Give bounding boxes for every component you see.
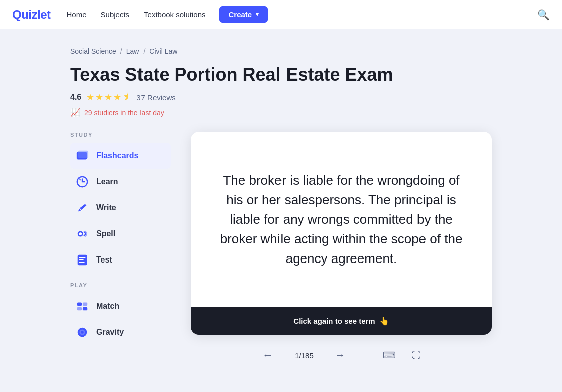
study-sidebar: STUDY Flashcards xyxy=(70,132,171,345)
studiers-row: 📈 29 studiers in the last day xyxy=(70,108,492,117)
learn-label: Learn xyxy=(96,177,118,186)
flashcard-body[interactable]: The broker is liable for the wrongdoing … xyxy=(191,132,492,307)
svg-rect-11 xyxy=(83,303,87,306)
write-label: Write xyxy=(96,203,116,212)
svg-rect-1 xyxy=(78,151,88,158)
svg-point-4 xyxy=(79,233,82,236)
keyboard-icon-button[interactable]: ⌨ xyxy=(379,348,400,363)
sidebar-item-test[interactable]: Test xyxy=(70,247,171,273)
rating-row: 4.6 ★ ★ ★ ★ ⯨ 37 Reviews xyxy=(70,92,492,103)
star-2: ★ xyxy=(95,92,103,103)
card-nav: ← 1/185 → ⌨ ⛶ xyxy=(191,343,492,368)
svg-rect-6 xyxy=(79,257,86,258)
svg-rect-12 xyxy=(83,307,87,311)
studiers-text: 29 studiers in the last day xyxy=(84,109,164,117)
match-label: Match xyxy=(96,302,119,311)
svg-rect-10 xyxy=(77,307,82,311)
gravity-label: Gravity xyxy=(96,328,124,337)
breadcrumb-sep-1: / xyxy=(120,47,122,55)
sidebar-item-write[interactable]: Write xyxy=(70,195,171,221)
page-title: Texas State Portion Real Estate Exam xyxy=(70,64,492,85)
nav-links: Home Subjects Textbook solutions Create … xyxy=(67,6,537,23)
play-section-label: PLAY xyxy=(70,282,171,288)
sidebar-item-match[interactable]: Match xyxy=(70,293,171,319)
match-icon xyxy=(74,298,90,314)
sidebar-item-learn[interactable]: Learn xyxy=(70,169,171,195)
flashcard-text: The broker is liable for the wrongdoing … xyxy=(215,171,468,269)
breadcrumb: Social Science / Law / Civil Law xyxy=(70,47,492,55)
write-icon xyxy=(74,200,90,216)
content-layout: STUDY Flashcards xyxy=(70,132,492,368)
next-card-button[interactable]: → xyxy=(330,347,351,364)
chevron-down-icon: ▾ xyxy=(256,11,259,18)
stars: ★ ★ ★ ★ ⯨ xyxy=(86,92,131,103)
flashcards-label: Flashcards xyxy=(96,151,138,160)
flashcard-panel: The broker is liable for the wrongdoing … xyxy=(191,132,492,368)
study-section-label: STUDY xyxy=(70,132,171,138)
star-half: ⯨ xyxy=(122,92,131,103)
breadcrumb-sep-2: / xyxy=(143,47,145,55)
main-content: Social Science / Law / Civil Law Texas S… xyxy=(0,29,562,368)
flashcard-footer[interactable]: Click again to see term 👆 xyxy=(191,307,492,335)
star-1: ★ xyxy=(86,92,94,103)
spell-icon xyxy=(74,226,90,242)
create-button[interactable]: Create ▾ xyxy=(219,6,268,23)
test-icon xyxy=(74,252,90,268)
nav-home[interactable]: Home xyxy=(67,10,87,19)
spell-label: Spell xyxy=(96,229,115,238)
flashcards-icon xyxy=(74,148,90,164)
svg-rect-9 xyxy=(77,303,82,306)
gravity-icon xyxy=(74,324,90,340)
brand-logo[interactable]: Quizlet xyxy=(12,8,51,22)
breadcrumb-civil-law[interactable]: Civil Law xyxy=(149,47,177,55)
sidebar-item-spell[interactable]: Spell xyxy=(70,221,171,247)
flashcard-footer-text: Click again to see term xyxy=(293,317,375,325)
prev-card-button[interactable]: ← xyxy=(257,347,278,364)
flashcard-footer-emoji: 👆 xyxy=(379,316,389,326)
flashcard: The broker is liable for the wrongdoing … xyxy=(191,132,492,335)
play-section: PLAY Match xyxy=(70,282,171,345)
test-label: Test xyxy=(96,255,112,265)
trending-icon: 📈 xyxy=(70,108,80,117)
learn-icon xyxy=(74,174,90,190)
sidebar-item-flashcards[interactable]: Flashcards xyxy=(70,143,171,169)
nav-subjects[interactable]: Subjects xyxy=(101,10,130,19)
navbar: Quizlet Home Subjects Textbook solutions… xyxy=(0,0,562,29)
breadcrumb-social-science[interactable]: Social Science xyxy=(70,47,116,55)
card-nav-extras: ⌨ ⛶ xyxy=(379,348,425,363)
nav-textbook-solutions[interactable]: Textbook solutions xyxy=(144,10,205,19)
rating-score: 4.6 xyxy=(70,93,81,102)
sidebar-item-gravity[interactable]: Gravity xyxy=(70,319,171,345)
breadcrumb-law[interactable]: Law xyxy=(126,47,139,55)
star-3: ★ xyxy=(104,92,112,103)
svg-rect-8 xyxy=(79,262,85,263)
reviews-count: 37 Reviews xyxy=(136,93,176,102)
star-4: ★ xyxy=(113,92,121,103)
card-counter: 1/185 xyxy=(295,351,314,360)
search-icon[interactable]: 🔍 xyxy=(537,9,550,21)
svg-rect-7 xyxy=(79,259,84,260)
fullscreen-icon-button[interactable]: ⛶ xyxy=(408,348,425,363)
svg-point-15 xyxy=(81,331,84,334)
